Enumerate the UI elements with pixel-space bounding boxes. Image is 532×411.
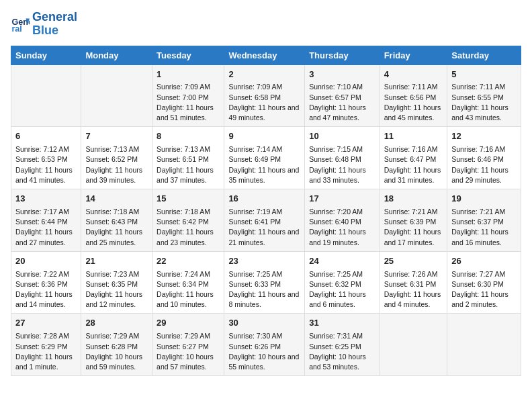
column-header-tuesday: Tuesday	[152, 46, 224, 64]
cell-content: Sunrise: 7:28 AM Sunset: 6:29 PM Dayligh…	[15, 331, 77, 372]
calendar-cell: 6Sunrise: 7:12 AM Sunset: 6:53 PM Daylig…	[11, 127, 81, 189]
calendar-cell: 7Sunrise: 7:13 AM Sunset: 6:52 PM Daylig…	[81, 127, 152, 189]
cell-content: Sunrise: 7:17 AM Sunset: 6:44 PM Dayligh…	[15, 207, 77, 248]
calendar-cell: 23Sunrise: 7:25 AM Sunset: 6:33 PM Dayli…	[224, 251, 305, 314]
day-number: 3	[309, 68, 375, 81]
day-number: 27	[15, 317, 77, 330]
calendar-cell	[380, 314, 447, 376]
cell-content: Sunrise: 7:26 AM Sunset: 6:31 PM Dayligh…	[384, 269, 443, 310]
logo-icon: Gene ral	[11, 15, 30, 34]
day-number: 11	[384, 130, 443, 143]
day-number: 30	[228, 317, 300, 330]
day-number: 19	[451, 193, 517, 205]
calendar-cell: 2Sunrise: 7:09 AM Sunset: 6:58 PM Daylig…	[224, 64, 305, 127]
day-number: 18	[384, 193, 443, 205]
calendar-cell: 3Sunrise: 7:10 AM Sunset: 6:57 PM Daylig…	[305, 64, 380, 127]
cell-content: Sunrise: 7:20 AM Sunset: 6:40 PM Dayligh…	[309, 207, 375, 248]
calendar-cell: 29Sunrise: 7:29 AM Sunset: 6:27 PM Dayli…	[152, 314, 224, 376]
week-row-1: 1Sunrise: 7:09 AM Sunset: 7:00 PM Daylig…	[11, 64, 521, 127]
column-header-saturday: Saturday	[447, 46, 521, 64]
day-number: 24	[309, 255, 375, 268]
week-row-3: 13Sunrise: 7:17 AM Sunset: 6:44 PM Dayli…	[11, 189, 521, 252]
calendar-cell: 17Sunrise: 7:20 AM Sunset: 6:40 PM Dayli…	[305, 189, 380, 252]
cell-content: Sunrise: 7:21 AM Sunset: 6:39 PM Dayligh…	[384, 207, 443, 248]
day-number: 15	[157, 193, 220, 205]
calendar-cell: 9Sunrise: 7:14 AM Sunset: 6:49 PM Daylig…	[224, 127, 305, 189]
cell-content: Sunrise: 7:10 AM Sunset: 6:57 PM Dayligh…	[309, 82, 375, 123]
cell-content: Sunrise: 7:11 AM Sunset: 6:55 PM Dayligh…	[451, 82, 517, 123]
cell-content: Sunrise: 7:16 AM Sunset: 6:46 PM Dayligh…	[451, 144, 517, 185]
day-number: 1	[157, 68, 220, 81]
cell-content: Sunrise: 7:19 AM Sunset: 6:41 PM Dayligh…	[228, 207, 300, 248]
cell-content: Sunrise: 7:25 AM Sunset: 6:33 PM Dayligh…	[228, 269, 300, 310]
page-header: Gene ral GeneralBlue	[11, 11, 521, 38]
day-number: 6	[15, 130, 77, 143]
logo: Gene ral GeneralBlue	[11, 11, 77, 38]
calendar-cell: 8Sunrise: 7:13 AM Sunset: 6:51 PM Daylig…	[152, 127, 224, 189]
day-number: 25	[384, 255, 443, 268]
calendar-cell: 15Sunrise: 7:18 AM Sunset: 6:42 PM Dayli…	[152, 189, 224, 252]
day-number: 14	[85, 193, 148, 205]
column-header-thursday: Thursday	[305, 46, 380, 64]
cell-content: Sunrise: 7:31 AM Sunset: 6:25 PM Dayligh…	[309, 331, 375, 372]
cell-content: Sunrise: 7:15 AM Sunset: 6:48 PM Dayligh…	[309, 144, 375, 185]
day-number: 21	[85, 255, 148, 268]
day-number: 5	[451, 68, 517, 81]
cell-content: Sunrise: 7:13 AM Sunset: 6:52 PM Dayligh…	[85, 144, 148, 185]
calendar-cell	[81, 64, 152, 127]
week-row-4: 20Sunrise: 7:22 AM Sunset: 6:36 PM Dayli…	[11, 251, 521, 314]
cell-content: Sunrise: 7:11 AM Sunset: 6:56 PM Dayligh…	[384, 82, 443, 123]
day-number: 13	[15, 193, 77, 205]
column-header-monday: Monday	[81, 46, 152, 64]
cell-content: Sunrise: 7:30 AM Sunset: 6:26 PM Dayligh…	[228, 331, 300, 372]
week-row-2: 6Sunrise: 7:12 AM Sunset: 6:53 PM Daylig…	[11, 127, 521, 189]
cell-content: Sunrise: 7:16 AM Sunset: 6:47 PM Dayligh…	[384, 144, 443, 185]
cell-content: Sunrise: 7:13 AM Sunset: 6:51 PM Dayligh…	[157, 144, 220, 185]
cell-content: Sunrise: 7:29 AM Sunset: 6:27 PM Dayligh…	[157, 331, 220, 372]
cell-content: Sunrise: 7:27 AM Sunset: 6:30 PM Dayligh…	[451, 269, 517, 310]
day-number: 17	[309, 193, 375, 205]
day-number: 2	[228, 68, 300, 81]
cell-content: Sunrise: 7:29 AM Sunset: 6:28 PM Dayligh…	[85, 331, 148, 372]
week-row-5: 27Sunrise: 7:28 AM Sunset: 6:29 PM Dayli…	[11, 314, 521, 376]
day-number: 4	[384, 68, 443, 81]
day-number: 12	[451, 130, 517, 143]
day-number: 28	[85, 317, 148, 330]
calendar-cell: 1Sunrise: 7:09 AM Sunset: 7:00 PM Daylig…	[152, 64, 224, 127]
column-header-sunday: Sunday	[11, 46, 81, 64]
day-number: 23	[228, 255, 300, 268]
calendar-cell: 18Sunrise: 7:21 AM Sunset: 6:39 PM Dayli…	[380, 189, 447, 252]
day-number: 31	[309, 317, 375, 330]
svg-text:ral: ral	[11, 24, 21, 34]
day-number: 22	[157, 255, 220, 268]
day-number: 29	[157, 317, 220, 330]
cell-content: Sunrise: 7:25 AM Sunset: 6:32 PM Dayligh…	[309, 269, 375, 310]
calendar-cell: 30Sunrise: 7:30 AM Sunset: 6:26 PM Dayli…	[224, 314, 305, 376]
logo-text: GeneralBlue	[32, 11, 77, 38]
cell-content: Sunrise: 7:09 AM Sunset: 7:00 PM Dayligh…	[157, 82, 220, 123]
calendar-cell: 16Sunrise: 7:19 AM Sunset: 6:41 PM Dayli…	[224, 189, 305, 252]
column-header-wednesday: Wednesday	[224, 46, 305, 64]
cell-content: Sunrise: 7:18 AM Sunset: 6:42 PM Dayligh…	[157, 207, 220, 248]
calendar-cell: 26Sunrise: 7:27 AM Sunset: 6:30 PM Dayli…	[447, 251, 521, 314]
calendar-cell: 14Sunrise: 7:18 AM Sunset: 6:43 PM Dayli…	[81, 189, 152, 252]
cell-content: Sunrise: 7:14 AM Sunset: 6:49 PM Dayligh…	[228, 144, 300, 185]
calendar-cell: 19Sunrise: 7:21 AM Sunset: 6:37 PM Dayli…	[447, 189, 521, 252]
calendar-cell: 20Sunrise: 7:22 AM Sunset: 6:36 PM Dayli…	[11, 251, 81, 314]
calendar-cell: 24Sunrise: 7:25 AM Sunset: 6:32 PM Dayli…	[305, 251, 380, 314]
cell-content: Sunrise: 7:09 AM Sunset: 6:58 PM Dayligh…	[228, 82, 300, 123]
column-header-friday: Friday	[380, 46, 447, 64]
calendar-cell: 10Sunrise: 7:15 AM Sunset: 6:48 PM Dayli…	[305, 127, 380, 189]
calendar-cell	[447, 314, 521, 376]
calendar-cell: 22Sunrise: 7:24 AM Sunset: 6:34 PM Dayli…	[152, 251, 224, 314]
day-number: 8	[157, 130, 220, 143]
calendar-cell: 28Sunrise: 7:29 AM Sunset: 6:28 PM Dayli…	[81, 314, 152, 376]
calendar-cell: 27Sunrise: 7:28 AM Sunset: 6:29 PM Dayli…	[11, 314, 81, 376]
calendar-cell: 25Sunrise: 7:26 AM Sunset: 6:31 PM Dayli…	[380, 251, 447, 314]
calendar-table: SundayMondayTuesdayWednesdayThursdayFrid…	[11, 46, 521, 377]
calendar-cell: 11Sunrise: 7:16 AM Sunset: 6:47 PM Dayli…	[380, 127, 447, 189]
cell-content: Sunrise: 7:12 AM Sunset: 6:53 PM Dayligh…	[15, 144, 77, 185]
calendar-cell	[11, 64, 81, 127]
day-number: 20	[15, 255, 77, 268]
cell-content: Sunrise: 7:21 AM Sunset: 6:37 PM Dayligh…	[451, 207, 517, 248]
